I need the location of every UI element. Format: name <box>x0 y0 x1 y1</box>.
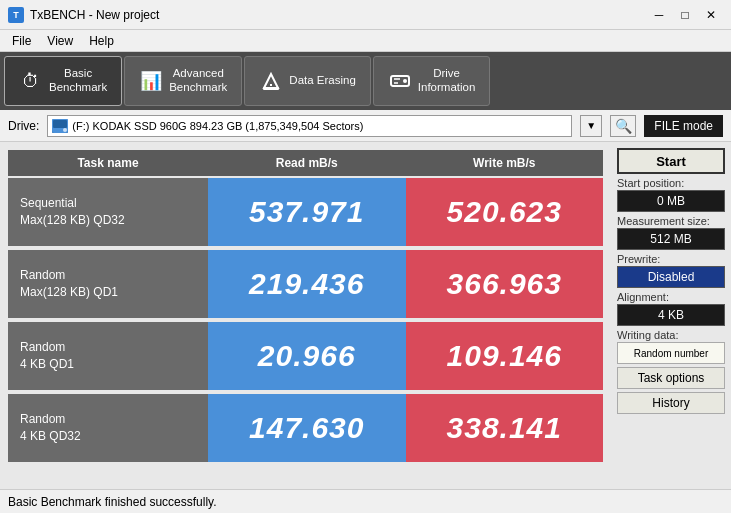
table-row: Random4 KB QD1 20.966 109.146 <box>8 322 603 390</box>
start-position-value: 0 MB <box>617 190 725 212</box>
header-read: Read mB/s <box>208 150 406 176</box>
drive-dropdown-button[interactable]: ▼ <box>580 115 602 137</box>
row-1-label-text: SequentialMax(128 KB) QD32 <box>20 195 125 229</box>
basic-benchmark-label: BasicBenchmark <box>49 67 107 95</box>
row-3-label-text: Random4 KB QD1 <box>20 339 74 373</box>
row-1-label: SequentialMax(128 KB) QD32 <box>8 178 208 246</box>
basic-benchmark-icon: ⏱ <box>19 69 43 93</box>
writing-data-label: Writing data: <box>617 329 725 341</box>
prewrite-row: Prewrite: Disabled <box>617 253 725 288</box>
toolbar-drive-information[interactable]: DriveInformation <box>373 56 491 106</box>
row-4-label-text: Random4 KB QD32 <box>20 411 81 445</box>
row-1-read: 537.971 <box>208 178 406 246</box>
alignment-label: Alignment: <box>617 291 725 303</box>
task-options-button[interactable]: Task options <box>617 367 725 389</box>
row-2-label-text: RandomMax(128 KB) QD1 <box>20 267 118 301</box>
header-write: Write mB/s <box>406 150 604 176</box>
svg-rect-2 <box>263 87 279 90</box>
menu-view[interactable]: View <box>39 32 81 50</box>
menu-file[interactable]: File <box>4 32 39 50</box>
file-mode-button[interactable]: FILE mode <box>644 115 723 137</box>
svg-point-9 <box>63 128 67 132</box>
measurement-size-label: Measurement size: <box>617 215 725 227</box>
drive-bar: Drive: (F:) KODAK SSD 960G 894.23 GB (1,… <box>0 110 731 142</box>
advanced-benchmark-icon: 📊 <box>139 69 163 93</box>
drive-value: (F:) KODAK SSD 960G 894.23 GB (1,875,349… <box>72 120 363 132</box>
data-erasing-icon <box>259 69 283 93</box>
row-3-write: 109.146 <box>406 322 604 390</box>
drive-information-icon <box>388 69 412 93</box>
writing-data-value: Random number <box>617 342 725 364</box>
right-panel: Start Start position: 0 MB Measurement s… <box>611 142 731 489</box>
title-bar-left: T TxBENCH - New project <box>8 7 159 23</box>
drive-information-label: DriveInformation <box>418 67 476 95</box>
row-2-label: RandomMax(128 KB) QD1 <box>8 250 208 318</box>
start-position-label: Start position: <box>617 177 725 189</box>
table-header: Task name Read mB/s Write mB/s <box>8 150 603 176</box>
status-bar: Basic Benchmark finished successfully. <box>0 489 731 513</box>
start-position-row: Start position: 0 MB <box>617 177 725 212</box>
row-3-label: Random4 KB QD1 <box>8 322 208 390</box>
row-4-write: 338.141 <box>406 394 604 462</box>
window-controls: ─ □ ✕ <box>647 5 723 25</box>
row-2-read: 219.436 <box>208 250 406 318</box>
table-row: Random4 KB QD32 147.630 338.141 <box>8 394 603 462</box>
status-text: Basic Benchmark finished successfully. <box>8 495 217 509</box>
minimize-button[interactable]: ─ <box>647 5 671 25</box>
menu-bar: File View Help <box>0 30 731 52</box>
row-3-read: 20.966 <box>208 322 406 390</box>
benchmark-table: Task name Read mB/s Write mB/s Sequentia… <box>0 142 611 489</box>
refresh-icon: 🔍 <box>615 118 632 134</box>
title-bar: T TxBENCH - New project ─ □ ✕ <box>0 0 731 30</box>
toolbar-basic-benchmark[interactable]: ⏱ BasicBenchmark <box>4 56 122 106</box>
row-4-read: 147.630 <box>208 394 406 462</box>
data-erasing-label: Data Erasing <box>289 74 355 88</box>
svg-point-4 <box>403 79 407 83</box>
measurement-size-row: Measurement size: 512 MB <box>617 215 725 250</box>
window-title: TxBENCH - New project <box>30 8 159 22</box>
table-row: RandomMax(128 KB) QD1 219.436 366.963 <box>8 250 603 318</box>
measurement-size-value: 512 MB <box>617 228 725 250</box>
close-button[interactable]: ✕ <box>699 5 723 25</box>
toolbar-data-erasing[interactable]: Data Erasing <box>244 56 370 106</box>
drive-label: Drive: <box>8 119 39 133</box>
advanced-benchmark-label: AdvancedBenchmark <box>169 67 227 95</box>
chevron-down-icon: ▼ <box>586 120 596 131</box>
toolbar-advanced-benchmark[interactable]: 📊 AdvancedBenchmark <box>124 56 242 106</box>
menu-help[interactable]: Help <box>81 32 122 50</box>
app-icon: T <box>8 7 24 23</box>
app-icon-letter: T <box>13 10 19 20</box>
drive-refresh-button[interactable]: 🔍 <box>610 115 636 137</box>
benchmark-area: Task name Read mB/s Write mB/s Sequentia… <box>0 142 611 489</box>
row-2-write: 366.963 <box>406 250 604 318</box>
writing-data-row: Writing data: Random number <box>617 329 725 364</box>
start-button[interactable]: Start <box>617 148 725 174</box>
main-content: Task name Read mB/s Write mB/s Sequentia… <box>0 142 731 489</box>
table-row: SequentialMax(128 KB) QD32 537.971 520.6… <box>8 178 603 246</box>
history-button[interactable]: History <box>617 392 725 414</box>
alignment-value: 4 KB <box>617 304 725 326</box>
drive-selector[interactable]: (F:) KODAK SSD 960G 894.23 GB (1,875,349… <box>47 115 572 137</box>
drive-icon <box>52 119 68 133</box>
toolbar: ⏱ BasicBenchmark 📊 AdvancedBenchmark Dat… <box>0 52 731 110</box>
row-4-label: Random4 KB QD32 <box>8 394 208 462</box>
header-task-name: Task name <box>8 150 208 176</box>
prewrite-label: Prewrite: <box>617 253 725 265</box>
prewrite-value: Disabled <box>617 266 725 288</box>
alignment-row: Alignment: 4 KB <box>617 291 725 326</box>
maximize-button[interactable]: □ <box>673 5 697 25</box>
svg-rect-8 <box>53 120 67 128</box>
row-1-write: 520.623 <box>406 178 604 246</box>
